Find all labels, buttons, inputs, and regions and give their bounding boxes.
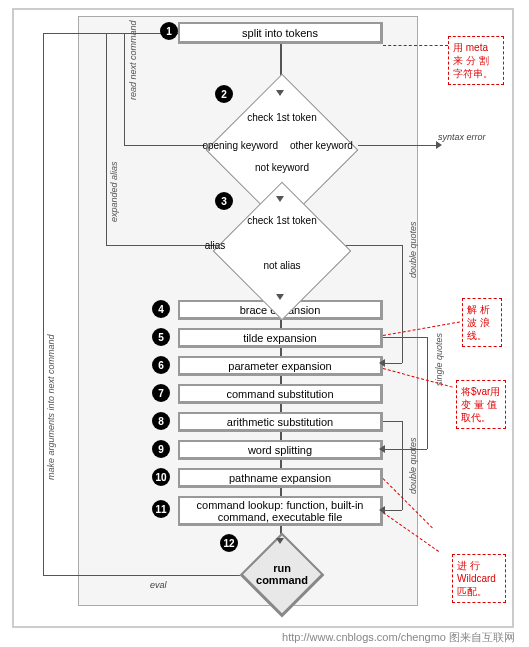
single-quotes-label: single quotes	[434, 333, 444, 386]
step-8-box: arithmetic substitution	[178, 412, 383, 432]
note-3: 将$var用 变 量 值 取代。	[456, 380, 506, 429]
make-args-label: make arguments into next command	[46, 334, 56, 480]
note-2: 解 析 波 浪 线。	[462, 298, 502, 347]
badge-12: 12	[220, 534, 238, 552]
d3-bot: not alias	[252, 260, 312, 271]
badge-8: 8	[152, 412, 170, 430]
expanded-alias-label: expanded alias	[109, 161, 119, 222]
d2-right: other keyword	[290, 140, 380, 151]
double-quotes-label: double quotes	[408, 221, 418, 278]
step-5-text: tilde expansion	[243, 332, 316, 344]
badge-10: 10	[152, 468, 170, 486]
badge-6: 6	[152, 356, 170, 374]
run-text: runcommand	[242, 562, 322, 586]
double-quotes2-label: double quotes	[408, 437, 418, 494]
badge-9: 9	[152, 440, 170, 458]
badge-7: 7	[152, 384, 170, 402]
d2-top: check 1st token	[240, 112, 324, 123]
badge-4: 4	[152, 300, 170, 318]
step-5-box: tilde expansion	[178, 328, 383, 348]
badge-5: 5	[152, 328, 170, 346]
badge-1: 1	[160, 22, 178, 40]
step-10-box: pathname expansion	[178, 468, 383, 488]
step-6-text: parameter expansion	[228, 360, 331, 372]
syntax-error-label: syntax error	[438, 132, 486, 142]
step-7-box: command substitution	[178, 384, 383, 404]
badge-3: 3	[215, 192, 233, 210]
note-4: 进 行 Wildcard 匹配。	[452, 554, 506, 603]
step-11-box: command lookup: function, built-in comma…	[178, 496, 383, 526]
d2-bot: not keyword	[250, 162, 314, 173]
step-8-text: arithmetic substitution	[227, 416, 333, 428]
step-9-text: word splitting	[248, 444, 312, 456]
badge-11: 11	[152, 500, 170, 518]
step-1-text: split into tokens	[242, 27, 318, 39]
eval-label: eval	[150, 580, 167, 590]
step-7-text: command substitution	[227, 388, 334, 400]
step-1-box: split into tokens	[178, 22, 383, 44]
step-6-box: parameter expansion	[178, 356, 383, 376]
note-1: 用 meta 来 分 割 字符串。	[448, 36, 504, 85]
badge-2: 2	[215, 85, 233, 103]
d3-top: check 1st token	[242, 215, 322, 226]
step-11-text: command lookup: function, built-in comma…	[186, 499, 374, 523]
d3-left: alias	[195, 240, 235, 251]
d2-left: opening keyword	[188, 140, 278, 151]
step-10-text: pathname expansion	[229, 472, 331, 484]
footer-text: http://www.cnblogs.com/chengmo 图来自互联网	[282, 630, 515, 645]
step-9-box: word splitting	[178, 440, 383, 460]
